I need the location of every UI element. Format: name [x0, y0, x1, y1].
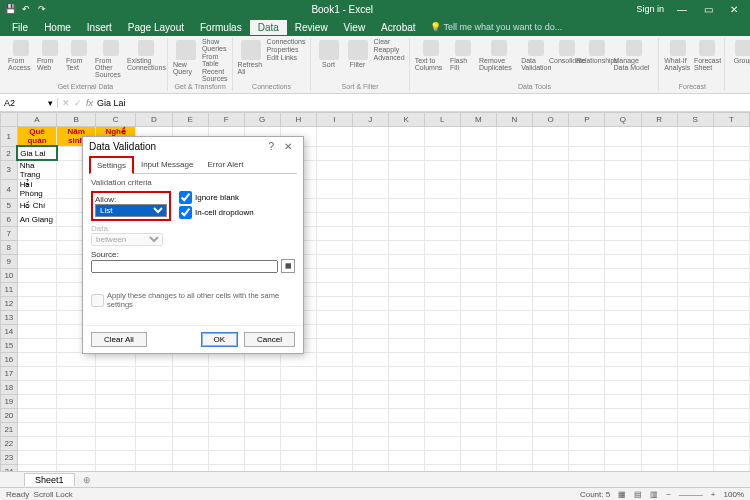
cell[interactable] — [172, 353, 208, 367]
cell[interactable] — [533, 423, 569, 437]
cell[interactable] — [460, 381, 496, 395]
cell[interactable] — [388, 409, 424, 423]
cell[interactable] — [280, 395, 316, 409]
cell[interactable] — [172, 451, 208, 465]
cell[interactable] — [57, 409, 96, 423]
tab-formulas[interactable]: Formulas — [192, 20, 250, 35]
cell[interactable] — [713, 339, 749, 353]
cell[interactable] — [533, 241, 569, 255]
cell[interactable] — [496, 451, 532, 465]
cell[interactable] — [424, 241, 460, 255]
cell[interactable] — [569, 127, 605, 147]
cell[interactable] — [172, 437, 208, 451]
cell[interactable] — [352, 227, 388, 241]
cell[interactable] — [424, 395, 460, 409]
cell[interactable] — [605, 325, 641, 339]
cell[interactable] — [136, 395, 172, 409]
cell[interactable] — [388, 437, 424, 451]
ok-button[interactable]: OK — [201, 332, 239, 347]
cell[interactable] — [172, 381, 208, 395]
cell[interactable] — [605, 199, 641, 213]
cell[interactable] — [244, 423, 280, 437]
cell[interactable] — [316, 297, 352, 311]
cell[interactable] — [496, 146, 532, 160]
cell[interactable] — [460, 311, 496, 325]
cell[interactable] — [713, 241, 749, 255]
cell[interactable] — [569, 269, 605, 283]
cell[interactable] — [677, 311, 713, 325]
cell[interactable] — [533, 269, 569, 283]
cell[interactable] — [713, 451, 749, 465]
existing-conn-button[interactable]: Existing Connections — [130, 38, 163, 71]
cell[interactable] — [713, 199, 749, 213]
cell[interactable] — [460, 227, 496, 241]
cell[interactable] — [641, 241, 677, 255]
cell[interactable] — [641, 213, 677, 227]
cell[interactable] — [244, 437, 280, 451]
cell[interactable] — [677, 339, 713, 353]
cell[interactable] — [677, 180, 713, 199]
cell[interactable] — [280, 409, 316, 423]
cell[interactable] — [388, 311, 424, 325]
cell[interactable] — [569, 381, 605, 395]
cell[interactable] — [208, 451, 244, 465]
cell[interactable] — [605, 269, 641, 283]
cell[interactable] — [677, 199, 713, 213]
cell[interactable] — [713, 213, 749, 227]
cell[interactable] — [677, 255, 713, 269]
filter-button[interactable]: Filter — [345, 38, 371, 68]
cell[interactable] — [496, 283, 532, 297]
cell[interactable] — [533, 297, 569, 311]
cell[interactable] — [424, 127, 460, 147]
cell[interactable] — [460, 127, 496, 147]
cell[interactable] — [641, 367, 677, 381]
cell[interactable] — [496, 311, 532, 325]
cell[interactable] — [424, 255, 460, 269]
cell[interactable] — [569, 241, 605, 255]
flash-fill-button[interactable]: Flash Fill — [450, 38, 476, 71]
cell[interactable] — [569, 437, 605, 451]
cell[interactable] — [172, 367, 208, 381]
cell[interactable] — [677, 297, 713, 311]
ignore-blank-checkbox[interactable] — [179, 191, 192, 204]
cell[interactable] — [713, 146, 749, 160]
zoom-level[interactable]: 100% — [724, 490, 744, 499]
cell[interactable] — [208, 437, 244, 451]
cell[interactable] — [316, 227, 352, 241]
cell[interactable]: An Giang — [17, 213, 57, 227]
cell[interactable] — [352, 269, 388, 283]
cell[interactable] — [17, 297, 57, 311]
cell[interactable] — [96, 381, 136, 395]
cell[interactable] — [424, 160, 460, 180]
cell[interactable] — [17, 409, 57, 423]
cell[interactable] — [208, 423, 244, 437]
cell[interactable] — [424, 269, 460, 283]
cell[interactable] — [316, 146, 352, 160]
cell[interactable] — [533, 227, 569, 241]
cell[interactable] — [713, 297, 749, 311]
cell[interactable] — [17, 255, 57, 269]
cell[interactable] — [677, 451, 713, 465]
cell[interactable] — [605, 283, 641, 297]
cell[interactable] — [605, 409, 641, 423]
cell[interactable] — [352, 423, 388, 437]
cell[interactable] — [713, 160, 749, 180]
cell[interactable] — [388, 255, 424, 269]
cell[interactable] — [17, 241, 57, 255]
cell[interactable] — [641, 423, 677, 437]
cell[interactable] — [136, 409, 172, 423]
cell[interactable] — [388, 367, 424, 381]
cell[interactable] — [605, 127, 641, 147]
cell[interactable] — [352, 283, 388, 297]
cell[interactable] — [280, 451, 316, 465]
cancel-button[interactable]: Cancel — [244, 332, 295, 347]
cell[interactable] — [388, 423, 424, 437]
cell[interactable] — [713, 437, 749, 451]
cell[interactable] — [424, 423, 460, 437]
cell[interactable] — [424, 367, 460, 381]
cell[interactable] — [605, 395, 641, 409]
cell[interactable] — [460, 180, 496, 199]
cell[interactable] — [316, 283, 352, 297]
cell[interactable] — [569, 311, 605, 325]
cell[interactable] — [569, 339, 605, 353]
